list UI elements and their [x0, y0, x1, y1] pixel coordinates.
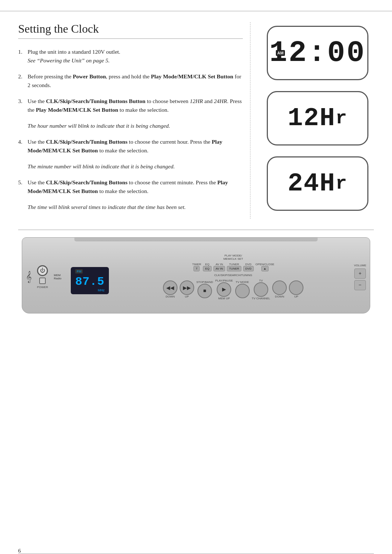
- play-button[interactable]: ▶: [217, 282, 231, 297]
- ch-up-button[interactable]: [289, 280, 303, 295]
- top-labels-row: PLAY MODE/MEM/CLK SET: [223, 254, 243, 260]
- step-4-text: Use the CLK/Skip/Search/Tuning Buttons t…: [28, 138, 243, 155]
- mem-label: MEM: [54, 274, 61, 277]
- step-5-number: 5.: [18, 178, 26, 196]
- down-label2: DOWN: [275, 295, 284, 298]
- buttons-row-1: TIMER T EQ EQ AV IN AV IN TUNER: [192, 263, 274, 271]
- device-image: 𝄞 ⏻ POWER MEM Radio FM 87.5 MHz: [22, 237, 370, 313]
- next-button[interactable]: ▶▶: [180, 280, 194, 295]
- mem-up-label: MEM UP: [218, 297, 230, 300]
- page-number: 6: [18, 548, 21, 554]
- italic-note-1: The hour number will blink to indicate t…: [28, 122, 243, 130]
- italic-note-2: The minute number will blink to indicate…: [28, 162, 243, 171]
- timer-col: TIMER T: [192, 263, 201, 271]
- 24hr-display: 24Hr: [267, 156, 368, 211]
- 12hr-suffix: r: [335, 108, 347, 129]
- volume-section: VOLUME + −: [354, 264, 366, 290]
- dvd-button[interactable]: DVD: [243, 266, 254, 271]
- prev-col: ◀◀ DOWN: [163, 280, 177, 298]
- device-top-indent: [74, 238, 318, 241]
- step-4-number: 4.: [18, 138, 26, 155]
- device-area: 𝄞 ⏻ POWER MEM Radio FM 87.5 MHz: [0, 230, 392, 321]
- stop-button[interactable]: ■: [197, 284, 212, 298]
- step-1-number: 1.: [18, 48, 26, 65]
- step-3-text: Use the CLK/Skip/Search/Tuning Buttons B…: [28, 97, 243, 114]
- play-mode-label: PLAY MODE/MEM/CLK SET: [223, 254, 243, 260]
- power-button[interactable]: ⏻: [37, 265, 48, 276]
- tuner-col: TUNER TUNER: [227, 263, 241, 271]
- step-2-bold2: Play Mode/MEM/CLK Set Button: [151, 73, 233, 79]
- avin-col: AV IN AV IN: [213, 263, 225, 271]
- step-2-text: Before pressing the Power Button, press …: [28, 72, 243, 90]
- fm-frequency: 87.5: [75, 275, 105, 288]
- eq-col: EQ EQ: [203, 263, 212, 271]
- fm-mhz: MHz: [98, 288, 105, 292]
- tv-channel-label: TV CHANNEL: [252, 297, 270, 300]
- page-wrapper: Setting the Clock 1. Plug the unit into …: [0, 11, 392, 554]
- instructions-list: 1. Plug the unit into a standard 120V ou…: [18, 48, 243, 114]
- timer-button[interactable]: T: [193, 266, 200, 271]
- step-2-number: 2.: [18, 72, 26, 90]
- play-pause-label: PLAY/PAUSE: [215, 279, 233, 282]
- radio-label: Radio: [54, 277, 61, 280]
- power-label: POWER: [37, 286, 48, 289]
- dvd-col: DVD DVD: [243, 263, 254, 271]
- main-content: Setting the Clock 1. Plug the unit into …: [0, 11, 392, 219]
- tv-button[interactable]: [254, 282, 268, 297]
- italic-note-3-text: The time will blink several times to ind…: [28, 204, 186, 210]
- clock-colon: :: [308, 36, 327, 70]
- stop-band-label: STOP/BAND: [196, 280, 213, 284]
- next-col: ▶▶ UP: [180, 280, 194, 298]
- fm-badge: FM: [75, 269, 83, 274]
- fm-display: FM 87.5 MHz: [71, 267, 109, 294]
- instructions-list-3: 5. Use the CLK/Skip/Search/Tuning Button…: [18, 178, 243, 196]
- volume-label: VOLUME: [354, 264, 366, 267]
- buttons-row-2: CLK/SKIP/SEARCH/TUNING: [214, 274, 252, 277]
- step-4: 4. Use the CLK/Skip/Search/Tuning Button…: [18, 138, 243, 155]
- stop-col: STOP/BAND ■: [196, 280, 213, 298]
- power-section: ⏻ POWER: [37, 265, 48, 289]
- volume-up-button[interactable]: +: [354, 268, 366, 279]
- open-close-button[interactable]: ▲: [261, 266, 269, 271]
- open-close-label: OPEN/CLOSE: [256, 263, 274, 266]
- step-1: 1. Plug the unit into a standard 120V ou…: [18, 48, 243, 65]
- step-4-bold1: CLK/Skip/Search/Tuning Buttons: [46, 139, 127, 145]
- step-3: 3. Use the CLK/Skip/Search/Tuning Button…: [18, 97, 243, 114]
- down-label1: DOWN: [166, 295, 175, 298]
- ch-up-col: UP: [289, 280, 303, 298]
- play-col: PLAY/PAUSE ▶ MEM UP: [215, 279, 233, 300]
- 24hr-text: 24Hr: [287, 169, 347, 198]
- italic-note-2-text: The minute number will blink to indicate…: [28, 163, 175, 169]
- step-2-bold1: Power Button: [73, 73, 106, 79]
- clock-display: AM 12:00: [267, 26, 368, 80]
- up-label1: UP: [185, 295, 189, 298]
- step-3-italic1: 12HR: [190, 98, 203, 104]
- eq-label: EQ: [205, 263, 209, 266]
- 12hr-display: 12Hr: [267, 91, 368, 145]
- step-3-italic2: 24HR: [214, 98, 227, 104]
- tuner-button[interactable]: TUNER: [227, 266, 241, 271]
- ch-down-col: DOWN: [272, 280, 287, 298]
- eq-button[interactable]: EQ: [203, 266, 212, 271]
- step-5-bold1: CLK/Skip/Search/Tuning Buttons: [46, 179, 127, 185]
- tv-label: TV: [259, 279, 263, 282]
- timer-label: TIMER: [192, 263, 201, 266]
- tv-mode-button[interactable]: [235, 284, 250, 298]
- step-5-text: Use the CLK/Skip/Search/Tuning Buttons t…: [28, 178, 243, 196]
- step-3-bold2: Play Mode/MEM/CLK Set Button: [36, 107, 118, 113]
- italic-note-1-text: The hour number will blink to indicate t…: [28, 123, 170, 129]
- avin-button[interactable]: AV IN: [213, 266, 225, 271]
- small-button[interactable]: [39, 278, 46, 284]
- prev-button[interactable]: ◀◀: [163, 280, 177, 295]
- tv-mode-col: TV MODE: [235, 280, 250, 298]
- tv-mode-label: TV MODE: [236, 280, 249, 284]
- volume-down-button[interactable]: −: [354, 280, 366, 290]
- dvd-label: DVD: [245, 263, 252, 266]
- 24hr-suffix: r: [335, 173, 347, 194]
- ch-down-button[interactable]: [272, 280, 287, 295]
- logo-icon: 𝄞: [26, 271, 32, 283]
- center-controls: PLAY MODE/MEM/CLK SET TIMER T EQ EQ: [116, 254, 350, 300]
- clk-skip-label: CLK/SKIP/SEARCH/TUNING: [214, 274, 252, 277]
- open-close-col: OPEN/CLOSE ▲: [256, 263, 274, 271]
- step-1-subtext: See “Powering the Unit” on page 5.: [28, 57, 110, 63]
